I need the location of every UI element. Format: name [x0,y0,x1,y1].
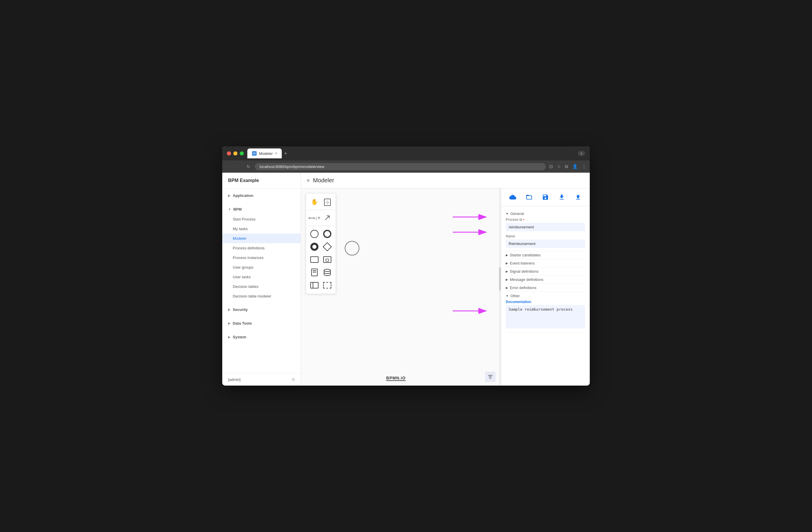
starter-candidates-collapsible: ▶ Starter candidates [506,251,585,259]
general-section-header[interactable]: ▼ General [506,210,585,218]
sidebar-header-security[interactable]: ▶ Security [222,304,301,315]
svg-line-2 [325,216,329,220]
address-bar: ← → ↻ ⊡ ☆ ⧉ 👤 ⋮ [222,160,590,173]
event-listeners-label: Event listeners [510,261,535,265]
chevron-message-icon: ▶ [506,278,508,281]
selection-btn[interactable] [321,279,333,291]
bpmn-start-event[interactable] [345,241,359,256]
screen-share-icon[interactable]: ⊡ [549,164,553,169]
other-section-header[interactable]: ▼ Other [506,292,585,300]
main-body: ✋ ⊹ ⟺↕ [301,188,590,386]
process-id-input[interactable] [506,223,585,231]
address-input[interactable] [255,163,546,170]
svg-rect-3 [326,259,329,261]
sidebar-header-application[interactable]: ▶ Application [222,190,301,201]
starter-candidates-label: Starter candidates [510,253,541,257]
documentation-label: Documentation [506,300,585,304]
sidebar-item-user-tasks[interactable]: User tasks [222,272,301,282]
annotation-btn[interactable] [308,266,321,278]
chevron-right-security-icon: ▶ [228,308,230,311]
filter-btn[interactable] [485,372,495,382]
bookmark-icon[interactable]: ☆ [557,164,561,169]
documentation-input[interactable]: Sample reimbursement process [506,305,585,328]
maximize-traffic-light[interactable] [240,152,244,156]
starter-candidates-header[interactable]: ▶ Starter candidates [506,251,585,259]
error-definitions-collapsible: ▶ Error definitions [506,284,585,292]
new-tab-btn[interactable]: + [284,151,287,156]
other-section-label: Other [510,294,520,298]
signal-definitions-collapsible: ▶ Signal definitions [506,268,585,276]
canvas-area[interactable]: ✋ ⊹ ⟺↕ [301,188,499,386]
traffic-lights [227,152,244,156]
sidebar-item-modeler[interactable]: Modeler [222,234,301,243]
pool-btn[interactable] [308,279,321,291]
minimize-traffic-light[interactable] [233,152,237,156]
required-indicator: • [523,218,524,222]
vertical-scrollbar[interactable] [499,188,501,386]
more-icon[interactable]: ⋮ [582,164,586,169]
logout-icon[interactable]: ⎋ [292,377,295,382]
data-store-btn[interactable] [321,266,333,278]
sidebar-data-tools-label: Data Tools [233,321,252,326]
close-traffic-light[interactable] [227,152,231,156]
sidebar-header-system[interactable]: ▶ System [222,332,301,342]
forward-btn[interactable]: → [236,163,242,170]
profile-icon[interactable]: 👤 [572,164,578,169]
start-event-btn[interactable] [308,228,321,240]
subprocess-btn[interactable] [321,254,333,266]
app-container: BPM Example ▶ Application ▼ BPM Start Pr… [222,173,590,386]
sidebar-footer: [admin] ⎋ [222,373,301,386]
sidebar-header-data-tools[interactable]: ▶ Data Tools [222,318,301,328]
sidebar-header-bpm[interactable]: ▼ BPM [222,204,301,214]
process-id-label: Process id • [506,218,585,222]
tab-favicon: M [252,151,257,156]
error-definitions-label: Error definitions [510,286,536,290]
main-content: ≡ Modeler ✋ ⊹ [301,173,590,386]
sidebar-item-process-instances[interactable]: Process instances [222,253,301,262]
chevron-down-icon: ▼ [228,208,231,211]
chevron-signal-icon: ▶ [506,270,508,273]
name-input[interactable] [506,240,585,248]
sidebar-item-decision-table-modeler[interactable]: Decision table modeler [222,291,301,301]
gateway-btn[interactable] [321,241,333,253]
sidebar-item-my-tasks[interactable]: My tasks [222,224,301,234]
name-field: Name [506,234,585,248]
intermediate-event-btn[interactable] [321,228,333,240]
bpmn-watermark: BPMN.iO [386,376,406,381]
cloud-save-btn[interactable] [508,192,518,202]
chevron-right-datatools-icon: ▶ [228,322,230,325]
message-definitions-header[interactable]: ▶ Message definitions [506,276,585,284]
sidebar-security-label: Security [233,307,248,312]
reload-btn[interactable]: ↻ [246,163,251,170]
split-view-icon[interactable]: ⧉ [565,164,568,169]
upload-btn[interactable] [573,192,583,202]
hand-tool-btn[interactable]: ✋ [308,196,321,208]
general-chevron-icon: ▼ [506,212,509,215]
download-btn[interactable] [556,192,567,202]
process-id-field: Process id • [506,218,585,231]
save-btn[interactable] [540,192,551,202]
error-definitions-header[interactable]: ▶ Error definitions [506,284,585,292]
chevron-starter-icon: ▶ [506,254,508,257]
panel-toolbar [501,188,590,206]
end-event-btn[interactable] [308,241,321,253]
hamburger-menu-icon[interactable]: ≡ [307,178,309,183]
sidebar-item-process-definitions[interactable]: Process definitions [222,243,301,253]
sidebar-item-decision-tables[interactable]: Decision tables [222,282,301,291]
sidebar-item-start-process[interactable]: Start Process [222,214,301,224]
browser-toolbar-icons: ⊡ ☆ ⧉ 👤 ⋮ [549,164,586,169]
move-tool-btn[interactable]: ⟺↕ [308,212,321,224]
arrow-tool-btn[interactable] [321,212,333,224]
tab-close-btn[interactable]: × [275,152,277,156]
back-btn[interactable]: ← [226,163,232,170]
folder-open-btn[interactable] [524,192,534,202]
tab-menu-btn[interactable]: ∨ [578,151,585,156]
task-btn[interactable] [308,254,321,266]
sidebar-item-user-groups[interactable]: User groups [222,262,301,272]
name-label: Name [506,234,585,238]
active-tab[interactable]: M Modeler × [247,148,282,158]
lasso-tool-btn[interactable]: ⊹ [321,196,333,208]
tool-palette: ✋ ⊹ ⟺↕ [306,193,336,294]
event-listeners-header[interactable]: ▶ Event listeners [506,259,585,267]
signal-definitions-header[interactable]: ▶ Signal definitions [506,268,585,275]
